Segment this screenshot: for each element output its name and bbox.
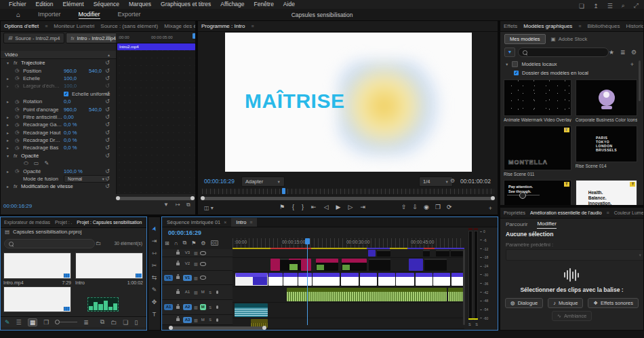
effect-row-largeur-d-chelle[interactable]: ▸◷Largeur d'échelle100,0↺: [1, 82, 116, 90]
reset-icon[interactable]: ↺: [105, 130, 110, 136]
effect-hscrollbar[interactable]: [117, 197, 193, 200]
tab-moniteur-lumetri[interactable]: Moniteur Lumetri: [54, 23, 94, 29]
mic-icon[interactable]: [216, 305, 218, 309]
track-target-v3[interactable]: V3: [183, 250, 192, 256]
list-view-icon[interactable]: ≣: [620, 49, 626, 56]
menu-affichage[interactable]: Affichage: [216, 0, 249, 9]
share-icon[interactable]: ↥: [593, 3, 599, 10]
effect-clip-bar[interactable]: Intro2.mp4: [117, 43, 195, 50]
mic-icon[interactable]: [216, 290, 218, 294]
marker-icon[interactable]: ⚑: [191, 240, 196, 246]
stopwatch-icon[interactable]: ◷: [15, 114, 19, 119]
mic-icon[interactable]: [216, 318, 218, 322]
tab-am-lioration-essentielle-de-l-audio[interactable]: Amélioration essentielle de l'audio: [530, 210, 602, 215]
expand-icon[interactable]: ▸: [7, 184, 9, 189]
sequence-tab-s-quence-imbriqu-e-01[interactable]: Séquence imbriquée 01×: [162, 218, 231, 227]
track-header-a3[interactable]: A3▥MS: [162, 315, 233, 325]
search-icon[interactable]: ⌕: [622, 2, 625, 10]
program-playhead[interactable]: [282, 188, 285, 194]
property-value[interactable]: 540,0: [89, 68, 102, 74]
expand-icon[interactable]: ▼: [505, 62, 508, 67]
effect-row-modification-de-vitesse[interactable]: ▸fxModification de vitesse↺: [1, 183, 116, 190]
nest-sequence-icon[interactable]: ⊞: [165, 240, 169, 246]
project-item-intro[interactable]: Intro1:00:02: [75, 252, 143, 285]
panel-menu-icon[interactable]: ≡: [45, 24, 47, 29]
local-folder-row[interactable]: ✓ Dossier des modèles en local: [514, 70, 588, 76]
mute-button[interactable]: M: [200, 289, 206, 295]
automate-sequence-icon[interactable]: ⧉: [100, 318, 104, 326]
clip-v1[interactable]: fx: [360, 273, 377, 286]
collapse-icon[interactable]: ▲: [107, 53, 110, 57]
menu-s-quence[interactable]: Séquence: [89, 0, 124, 9]
clip-tab-intro-intro2-mp4[interactable]: fxIntro - Intro2.mp4: [66, 33, 121, 43]
tab-source-sans-l-ment[interactable]: Source : (sans élément): [100, 23, 158, 29]
track-vscrollbar[interactable]: [463, 249, 465, 325]
tool-type-tool[interactable]: T: [153, 311, 157, 318]
display-settings-icon[interactable]: ◫ ▾: [204, 205, 214, 211]
tool-ripple-edit-tool[interactable]: ⇿: [152, 250, 157, 257]
mute-button[interactable]: M: [200, 304, 206, 310]
button-editor-icon[interactable]: +: [489, 205, 492, 212]
reset-icon[interactable]: ↺: [105, 176, 110, 182]
program-scrollbar[interactable]: [202, 197, 494, 200]
track-header-v1[interactable]: V1V1▥: [162, 271, 233, 285]
stopwatch-icon[interactable]: ◷: [15, 130, 19, 135]
panel-menu-icon[interactable]: ≡: [249, 220, 252, 225]
source-assign-a1[interactable]: A1: [164, 304, 173, 310]
panel-menu-icon[interactable]: ≡: [578, 24, 581, 29]
effect-row-recadrage-gauche[interactable]: ▸◷Recadrage Gauche0,0 %↺: [1, 121, 116, 128]
reset-icon[interactable]: ↺: [105, 98, 110, 105]
effect-row-shapes[interactable]: ⬭▭✎: [1, 159, 116, 167]
rect-mask-icon[interactable]: ▭: [34, 160, 39, 167]
tool-razor-tool[interactable]: ✂: [152, 262, 157, 269]
tag-button-effets-sonores[interactable]: ❖Effets sonores: [588, 298, 639, 308]
reset-icon[interactable]: ↺: [105, 114, 110, 120]
property-value[interactable]: 100,0: [64, 75, 77, 81]
go-to-out-icon[interactable]: ⇥: [360, 204, 365, 210]
menu-fen-tre[interactable]: Fenêtre: [249, 0, 279, 9]
stopwatch-icon[interactable]: ◷: [15, 122, 19, 128]
track-target-a2[interactable]: A2: [183, 304, 192, 310]
program-tab[interactable]: Programme : Intro: [201, 23, 245, 29]
clip-v1[interactable]: fx: [341, 273, 359, 286]
linked-selection-icon[interactable]: ⧉: [182, 240, 186, 246]
audio-subtab-parcourir[interactable]: Parcourir: [506, 221, 527, 229]
workspace-tab-modifier[interactable]: Modifier: [79, 11, 100, 19]
tool-pen-tool[interactable]: ✎: [152, 286, 157, 293]
blend-mode-dropdown[interactable]: Normal▼: [64, 175, 109, 183]
effect-row-recadrage-haut[interactable]: ▸◷Recadrage Haut0,0 %↺: [1, 129, 116, 136]
track-target-a3[interactable]: A3: [183, 317, 192, 323]
audio-item-thumb[interactable]: [87, 297, 119, 312]
clip-dark[interactable]: [369, 259, 390, 271]
stopwatch-icon[interactable]: ◷: [15, 75, 19, 81]
lock-icon[interactable]: [176, 263, 180, 265]
expand-icon[interactable]: ▸: [7, 130, 9, 135]
lock-icon[interactable]: [176, 318, 180, 321]
clip-crimson[interactable]: [270, 259, 280, 271]
clip-teal[interactable]: fx: [235, 303, 268, 317]
timeline-hscrollbar[interactable]: [170, 326, 265, 330]
sync-lock-icon[interactable]: ▥: [194, 261, 198, 266]
panel-menu-icon[interactable]: ≡: [251, 24, 254, 29]
tab-projet[interactable]: Projet : .: [55, 220, 72, 225]
project-item-partial[interactable]: [3, 286, 71, 312]
template-item-rise-scene-011[interactable]: MONTELLATRise Scene 011: [504, 126, 571, 176]
local-folder-checkbox[interactable]: ✓: [514, 71, 519, 75]
property-value[interactable]: 0,0: [64, 98, 71, 105]
solo-label[interactable]: S: [475, 322, 478, 326]
clip-dark[interactable]: [280, 259, 289, 271]
timeline-settings-icon[interactable]: ⚙: [201, 240, 205, 246]
zoom-slider[interactable]: [55, 320, 77, 324]
tool-slip-tool[interactable]: ⇆: [152, 274, 157, 281]
lock-icon[interactable]: [176, 276, 180, 279]
property-value[interactable]: 960,0: [64, 107, 77, 113]
play-icon[interactable]: ▶: [336, 204, 341, 210]
menu-el-ment[interactable]: Elément: [58, 0, 89, 9]
clip-envol[interactable]: envol...fx: [342, 259, 367, 271]
tab-explorateur-de-m-dias[interactable]: Explorateur de médias: [4, 220, 50, 225]
delete-icon[interactable]: ▯: [134, 319, 138, 326]
effect-row-recadrage-droite[interactable]: ▸◷Recadrage Droite0,0 %↺: [1, 136, 116, 144]
effect-row-opacit[interactable]: ▸◷Opacité100,0 %↺: [1, 167, 116, 174]
add-folder-icon[interactable]: +: [630, 61, 634, 68]
track-target-v2[interactable]: V2: [183, 261, 192, 267]
